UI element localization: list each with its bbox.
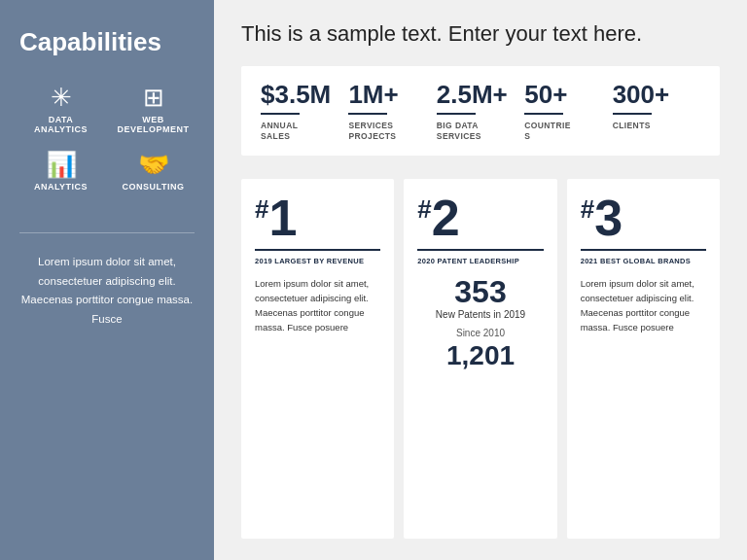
rank-hash-1: # [255,194,268,224]
icon-grid: ✳ DATAANALYTICS ⊞ WEBDEVELOPMENT 📊 ANALY… [19,85,195,192]
web-development-icon: ⊞ [143,85,164,110]
stat-divider-5 [613,113,652,115]
data-analytics-label: DATAANALYTICS [34,115,88,134]
consulting-icon: 🤝 [138,152,169,177]
stat-value-countries: 50+ [524,82,567,107]
stat-countries: 50+ COUNTRIES [524,82,612,142]
rank-since-number: 1,201 [417,342,543,369]
rank-number-2: #2 [417,192,543,243]
consulting-label: CONSULTING [123,182,185,192]
stat-services-projects: 1M+ SERVICESPROJECTS [348,82,436,142]
rank-subtitle-1: 2019 LARGEST BY REVENUE [255,257,380,266]
sidebar-title: Capabilities [19,27,195,57]
stat-value-big-data: 2.5M+ [437,82,508,107]
analytics-label: ANALYTICS [34,182,88,192]
stat-label-countries: COUNTRIES [524,121,571,142]
stats-row: $3.5M ANNUALSALES 1M+ SERVICESPROJECTS 2… [241,66,720,156]
web-development-label: WEBDEVELOPMENT [117,115,189,134]
rank-hash-3: # [581,194,594,224]
stat-label-big-data: BIG DATASERVICES [437,121,481,142]
icon-item-analytics: 📊 ANALYTICS [19,152,102,192]
main-title: This is a sample text. Enter your text h… [241,21,720,47]
rank-hash-2: # [417,194,431,224]
icon-item-consulting: 🤝 CONSULTING [112,152,195,192]
stat-value-services: 1M+ [348,82,398,107]
stat-divider-1 [261,113,300,115]
icon-item-data-analytics: ✳ DATAANALYTICS [19,85,102,134]
data-analytics-icon: ✳ [51,85,72,110]
stat-label-annual-sales: ANNUALSALES [261,121,298,142]
rank-card-3: #3 2021 BEST GLOBAL BRANDS Lorem ipsum d… [567,179,720,539]
rank-number-3: #3 [581,192,706,243]
main-content: This is a sample text. Enter your text h… [214,0,747,560]
rank-card-2: #2 2020 PATENT LEADERSHIP 353 New Patent… [404,179,556,539]
analytics-icon: 📊 [46,152,77,177]
rank-since: Since 2010 [417,328,543,338]
stat-label-clients: CLIENTS [613,121,651,131]
sidebar-body-text: Lorem ipsum dolor sit amet, consectetuer… [19,253,195,329]
icon-item-web-development: ⊞ WEBDEVELOPMENT [112,85,195,134]
rank-subtitle-line-1 [255,249,380,251]
rank-card-1: #1 2019 LARGEST BY REVENUE Lorem ipsum d… [241,179,394,539]
rank-big-number: 353 [417,276,543,307]
stat-divider-4 [524,113,563,115]
rank-body-1: Lorem ipsum dolor sit amet, consectetuer… [255,276,380,335]
rankings-row: #1 2019 LARGEST BY REVENUE Lorem ipsum d… [241,179,720,539]
stat-value-clients: 300+ [613,82,670,107]
stat-divider-3 [437,113,476,115]
stat-divider-2 [348,113,387,115]
rank-subtitle-2: 2020 PATENT LEADERSHIP [417,257,543,266]
rank-number-1: #1 [255,192,380,243]
rank-subtitle-line-2 [417,249,543,251]
sidebar-divider [19,232,195,233]
stat-value-annual-sales: $3.5M [261,82,331,107]
rank-body-3: Lorem ipsum dolor sit amet, consectetuer… [581,276,706,335]
rank-subtitle-3: 2021 BEST GLOBAL BRANDS [581,257,706,266]
sidebar: Capabilities ✳ DATAANALYTICS ⊞ WEBDEVELO… [0,0,214,560]
stat-label-services: SERVICESPROJECTS [348,121,396,142]
rank-big-label: New Patents in 2019 [417,309,543,320]
stat-clients: 300+ CLIENTS [613,82,700,142]
stat-annual-sales: $3.5M ANNUALSALES [261,82,348,142]
stat-big-data: 2.5M+ BIG DATASERVICES [437,82,524,142]
rank-subtitle-line-3 [581,249,706,251]
